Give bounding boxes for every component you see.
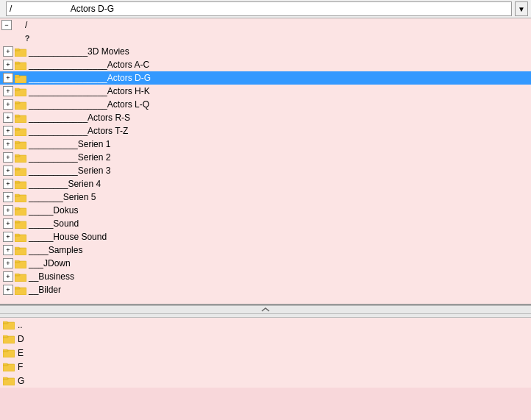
tree-item-samples[interactable]: + ____Samples: [0, 243, 531, 257]
tree-item-sound[interactable]: + _____Sound: [0, 217, 531, 230]
folder-icon-actors-rs: [15, 113, 26, 123]
tree-label-jdown: ___JDown: [29, 258, 71, 268]
tree-label-3d-movies: ____________3D Movies: [29, 46, 129, 57]
server-input[interactable]: [6, 1, 512, 16]
svg-rect-14: [15, 102, 19, 103]
tree-item-3d-movies[interactable]: + ____________3D Movies: [0, 45, 531, 58]
file-folder-icon-f: [3, 362, 15, 371]
svg-rect-32: [15, 181, 19, 182]
folder-icon-serien3: [15, 166, 26, 176]
tree-label-actors-rs: ____________Actors R-S: [29, 113, 130, 123]
expand-btn-actors-hk[interactable]: +: [3, 86, 13, 96]
folder-icon-jdown: [15, 259, 26, 268]
tree-label-actors-hk: ________________Actors H-K: [29, 86, 150, 96]
tree-item-business[interactable]: + __Business: [0, 270, 531, 283]
file-item-g[interactable]: G: [0, 374, 531, 388]
file-label-e: E: [18, 348, 24, 358]
tree-item-house-sound[interactable]: + _____House Sound: [0, 230, 531, 243]
question-icon: ?: [22, 33, 32, 43]
expand-btn-actors-dg[interactable]: +: [3, 73, 13, 83]
expand-btn-sound[interactable]: +: [3, 218, 13, 229]
expand-btn-jdown[interactable]: +: [3, 258, 13, 268]
folder-icon-actors-dg: [15, 74, 26, 83]
tree-item-actors-dg[interactable]: + ________________Actors D-G: [0, 71, 531, 85]
tree-item-actors-hk[interactable]: + ________________Actors H-K: [0, 85, 531, 98]
tree-label-sound: _____Sound: [29, 218, 79, 229]
svg-rect-35: [15, 194, 19, 196]
tree-label-serien4: ________Serien 4: [29, 179, 101, 189]
file-panel: .. D E F G: [0, 314, 531, 388]
file-item-f[interactable]: F: [0, 360, 531, 374]
folder-icon-actors-hk: [15, 87, 26, 96]
tree-item-bilder[interactable]: + __Bilder: [0, 283, 531, 296]
server-bar: ▼: [0, 0, 531, 18]
svg-rect-11: [15, 88, 19, 90]
folder-icon-3d-movies: [15, 47, 26, 57]
svg-rect-41: [15, 221, 19, 222]
expand-btn-bilder[interactable]: +: [3, 285, 13, 295]
folder-icon-actors-ac: [15, 60, 26, 70]
expand-root-btn[interactable]: −: [1, 20, 12, 30]
expand-btn-house-sound[interactable]: +: [3, 232, 13, 242]
svg-rect-59: [3, 321, 7, 323]
svg-rect-65: [3, 349, 7, 351]
svg-rect-68: [3, 363, 7, 365]
file-label-g: G: [18, 376, 24, 386]
svg-rect-50: [15, 260, 19, 262]
tree-item-actors-rs[interactable]: + ____________Actors R-S: [0, 111, 531, 124]
svg-rect-8: [15, 75, 19, 76]
svg-rect-17: [15, 115, 19, 116]
tree-label-business: __Business: [29, 271, 74, 282]
file-label-f: F: [18, 362, 23, 372]
tree-item-serien4[interactable]: + ________Serien 4: [0, 177, 531, 191]
tree-panel: − / ? + ____________3D Movies+ _________…: [0, 18, 531, 305]
tree-root[interactable]: − /: [0, 18, 531, 32]
svg-rect-38: [15, 207, 19, 209]
expand-btn-actors-tz[interactable]: +: [3, 126, 13, 136]
file-folder-icon-g: [3, 376, 15, 385]
tree-item-serien2[interactable]: + __________Serien 2: [0, 151, 531, 164]
file-folder-icon-e: [3, 348, 15, 357]
expand-btn-actors-rs[interactable]: +: [3, 113, 13, 123]
expand-btn-serien1[interactable]: +: [3, 139, 13, 149]
expand-btn-actors-ac[interactable]: +: [3, 60, 13, 70]
expand-btn-business[interactable]: +: [3, 271, 13, 282]
chevron-down-icon: ▼: [518, 5, 525, 13]
folder-icon-serien2: [15, 153, 26, 163]
tree-item-question[interactable]: ?: [0, 32, 531, 45]
expand-btn-samples[interactable]: +: [3, 245, 13, 255]
tree-item-dokus[interactable]: + _____Dokus: [0, 204, 531, 217]
svg-rect-47: [15, 247, 19, 249]
expand-btn-serien4[interactable]: +: [3, 179, 13, 189]
collapse-handle[interactable]: [0, 305, 531, 314]
file-item-d[interactable]: D: [0, 332, 531, 346]
expand-btn-serien5[interactable]: +: [3, 192, 13, 202]
svg-rect-62: [3, 335, 7, 337]
tree-item-serien1[interactable]: + __________Serien 1: [0, 138, 531, 151]
svg-rect-26: [15, 154, 19, 156]
tree-item-serien5[interactable]: + _______Serien 5: [0, 191, 531, 204]
server-dropdown[interactable]: ▼: [515, 1, 528, 16]
tree-item-actors-tz[interactable]: + ____________Actors T-Z: [0, 124, 531, 138]
tree-label-actors-dg: ________________Actors D-G: [29, 73, 151, 83]
tree-item-actors-ac[interactable]: + ________________Actors A-C: [0, 58, 531, 71]
folder-icon-serien1: [15, 140, 26, 149]
file-item-dotdot[interactable]: ..: [0, 318, 531, 332]
root-label: /: [25, 20, 27, 30]
tree-item-serien3[interactable]: + __________Serien 3: [0, 164, 531, 177]
root-indent: [13, 20, 24, 30]
expand-btn-serien3[interactable]: +: [3, 165, 13, 176]
expand-btn-serien2[interactable]: +: [3, 152, 13, 163]
expand-btn-actors-lq[interactable]: +: [3, 99, 13, 110]
file-item-e[interactable]: E: [0, 346, 531, 360]
tree-label-serien2: __________Serien 2: [29, 152, 110, 163]
tree-item-jdown[interactable]: + ___JDown: [0, 257, 531, 270]
tree-label-samples: ____Samples: [29, 245, 82, 255]
svg-rect-44: [15, 234, 19, 235]
tree-label-actors-tz: ____________Actors T-Z: [29, 126, 128, 136]
tree-label-actors-lq: ________________Actors L-Q: [29, 99, 149, 110]
tree-item-actors-lq[interactable]: + ________________Actors L-Q: [0, 98, 531, 111]
folder-icon-bilder: [15, 285, 26, 295]
expand-btn-3d-movies[interactable]: +: [3, 46, 13, 57]
expand-btn-dokus[interactable]: +: [3, 205, 13, 216]
